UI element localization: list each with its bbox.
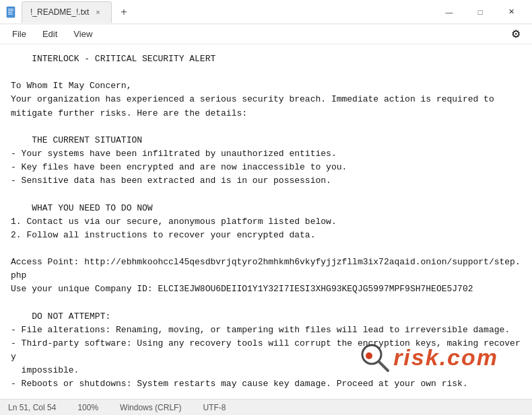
menu-bar: File Edit View ⚙ bbox=[0, 24, 532, 44]
settings-button[interactable]: ⚙ bbox=[505, 25, 527, 44]
svg-rect-4 bbox=[8, 13, 13, 14]
tab-bar: !_README_!.txt × + bbox=[22, 1, 434, 23]
cursor-position: Ln 51, Col 54 bbox=[8, 403, 56, 412]
active-tab[interactable]: !_README_!.txt × bbox=[22, 1, 112, 23]
minimize-button[interactable]: — bbox=[434, 0, 465, 24]
title-bar: !_README_!.txt × + — □ ✕ bbox=[0, 0, 532, 24]
menu-view[interactable]: View bbox=[67, 26, 99, 42]
svg-rect-1 bbox=[8, 9, 13, 9]
editor-text-area[interactable]: INTERLOCK - CRITICAL SECURITY ALERT To W… bbox=[0, 44, 532, 399]
maximize-button[interactable]: □ bbox=[465, 0, 496, 24]
new-tab-button[interactable]: + bbox=[114, 3, 133, 22]
tab-label: !_README_!.txt bbox=[30, 7, 89, 17]
app-icon bbox=[5, 6, 18, 18]
line-ending: Windows (CRLF) bbox=[120, 403, 181, 412]
status-bar: Ln 51, Col 54 100% Windows (CRLF) UTF-8 bbox=[0, 399, 532, 415]
window-controls: — □ ✕ bbox=[434, 0, 527, 24]
zoom-level: 100% bbox=[77, 403, 98, 412]
settings-icon: ⚙ bbox=[511, 28, 521, 40]
close-button[interactable]: ✕ bbox=[496, 0, 527, 24]
tab-close-button[interactable]: × bbox=[93, 7, 102, 17]
encoding: UTF-8 bbox=[203, 403, 226, 412]
menu-edit[interactable]: Edit bbox=[36, 26, 64, 42]
menu-file[interactable]: File bbox=[5, 26, 33, 42]
svg-rect-2 bbox=[8, 10, 13, 11]
svg-rect-3 bbox=[8, 12, 12, 13]
editor-container: INTERLOCK - CRITICAL SECURITY ALERT To W… bbox=[0, 44, 532, 399]
